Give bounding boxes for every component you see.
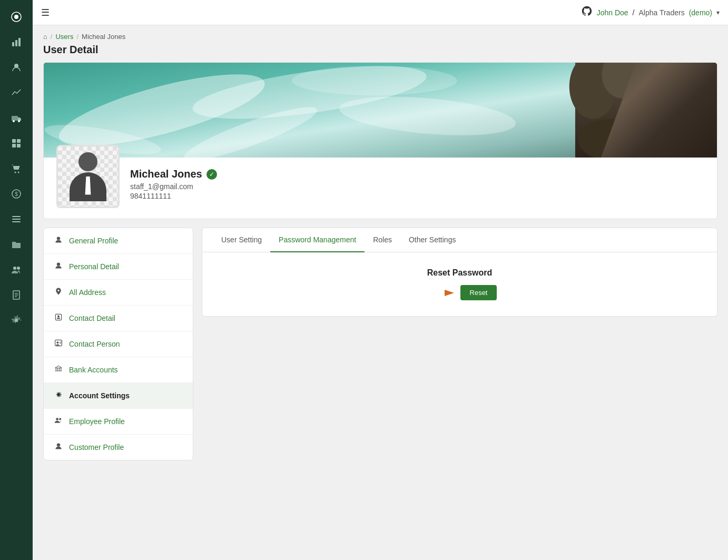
main-wrapper: ☰ John Doe / Alpha Traders (demo) ▾ ⌂ / …: [33, 0, 728, 560]
avatar: [56, 145, 120, 208]
sidebar-icon-list[interactable]: [5, 208, 28, 231]
sidebar-icon-users[interactable]: [5, 56, 28, 79]
sidebar-icon-reports[interactable]: [5, 283, 28, 307]
sidebar-icon-settings[interactable]: [5, 309, 28, 332]
svg-point-21: [17, 267, 20, 270]
tab-content: Reset Password: [202, 252, 717, 316]
svg-point-40: [57, 237, 60, 240]
personal-detail-icon: [54, 261, 63, 272]
topbar-username: John Doe: [597, 8, 628, 17]
menu-item-employee-profile[interactable]: Employee Profile: [44, 409, 193, 435]
user-details: Micheal Jones ✓ staff_1@gmail.com 984111…: [130, 166, 217, 200]
employee-profile-icon: [54, 416, 63, 427]
svg-rect-19: [12, 221, 21, 222]
tab-password-management[interactable]: Password Management: [270, 228, 365, 252]
svg-rect-18: [12, 219, 21, 220]
svg-point-49: [59, 418, 61, 420]
tabs: User Setting Password Management Roles O…: [202, 228, 717, 252]
sidebar-icon-delivery[interactable]: [5, 106, 28, 130]
topbar-left: ☰: [41, 7, 50, 18]
svg-rect-9: [12, 139, 16, 143]
svg-rect-4: [18, 38, 21, 46]
general-profile-icon: [54, 235, 63, 246]
svg-rect-10: [17, 139, 21, 143]
sidebar-icon-cart[interactable]: [5, 157, 28, 180]
hamburger-icon[interactable]: ☰: [41, 7, 50, 18]
menu-item-contact-detail[interactable]: Contact Detail: [44, 306, 193, 331]
tab-roles[interactable]: Roles: [365, 228, 400, 252]
svg-rect-17: [12, 216, 21, 217]
breadcrumb-current: Micheal Jones: [82, 33, 125, 41]
menu-item-customer-profile[interactable]: Customer Profile: [44, 435, 193, 460]
svg-point-8: [18, 120, 20, 122]
svg-point-1: [14, 15, 18, 19]
github-icon: [581, 5, 593, 20]
profile-info-row: Micheal Jones ✓ staff_1@gmail.com 984111…: [44, 158, 717, 219]
svg-rect-6: [12, 116, 18, 121]
sidebar-icon-dashboard[interactable]: [5, 5, 28, 28]
svg-point-36: [634, 63, 693, 134]
svg-point-13: [15, 172, 16, 173]
svg-point-20: [13, 267, 16, 270]
tab-user-setting[interactable]: User Setting: [213, 228, 270, 252]
svg-point-7: [13, 120, 15, 122]
person-body: [70, 172, 106, 201]
svg-point-43: [57, 315, 60, 317]
profile-card: Micheal Jones ✓ staff_1@gmail.com 984111…: [43, 62, 717, 219]
svg-rect-12: [17, 144, 21, 148]
person-suit: [83, 176, 93, 195]
profile-banner: [44, 63, 717, 158]
right-panel: User Setting Password Management Roles O…: [202, 228, 717, 317]
sidebar-icon-folder[interactable]: [5, 233, 28, 256]
svg-rect-11: [12, 144, 16, 148]
svg-rect-3: [15, 40, 17, 46]
person-head: [78, 152, 97, 171]
user-full-name: Micheal Jones: [130, 168, 202, 180]
reset-button[interactable]: Reset: [460, 285, 497, 300]
svg-rect-2: [12, 42, 14, 46]
verified-badge: ✓: [206, 169, 217, 180]
sidebar-icon-finance[interactable]: $: [5, 182, 28, 205]
topbar-chevron-icon[interactable]: ▾: [716, 9, 720, 16]
svg-point-37: [667, 69, 717, 152]
sidebar: $: [0, 0, 33, 560]
user-name-row: Micheal Jones ✓: [130, 168, 217, 180]
svg-point-50: [57, 443, 60, 446]
content: ⌂ / Users / Micheal Jones User Detail: [33, 25, 728, 560]
contact-person-icon: [54, 339, 63, 349]
tab-other-settings[interactable]: Other Settings: [400, 228, 465, 252]
topbar-demo: (demo): [689, 8, 712, 17]
svg-text:$: $: [15, 191, 18, 197]
reset-row: Reset: [422, 285, 497, 300]
menu-item-personal-detail[interactable]: Personal Detail: [44, 254, 193, 280]
svg-point-14: [18, 172, 19, 173]
svg-point-32: [292, 66, 457, 95]
menu-item-bank-accounts[interactable]: Bank Accounts: [44, 357, 193, 383]
topbar: ☰ John Doe / Alpha Traders (demo) ▾: [33, 0, 728, 25]
home-icon[interactable]: ⌂: [43, 33, 47, 41]
customer-profile-icon: [54, 442, 63, 453]
reset-password-title: Reset Password: [427, 268, 493, 278]
topbar-company: Alpha Traders: [638, 8, 684, 17]
menu-item-contact-person[interactable]: Contact Person: [44, 331, 193, 357]
sidebar-icon-grid[interactable]: [5, 132, 28, 155]
sidebar-icon-analytics[interactable]: [5, 81, 28, 104]
topbar-separator: /: [633, 8, 635, 17]
left-menu: General Profile Personal Detail All Addr…: [43, 228, 193, 460]
breadcrumb: ⌂ / Users / Micheal Jones: [43, 33, 717, 41]
reset-section: Reset Password: [422, 268, 497, 300]
breadcrumb-users[interactable]: Users: [55, 33, 73, 41]
user-email: staff_1@gmail.com: [130, 182, 217, 191]
sidebar-icon-stats[interactable]: [5, 31, 28, 54]
svg-point-48: [56, 418, 58, 420]
page-title: User Detail: [43, 44, 717, 56]
bank-accounts-icon: [54, 365, 63, 375]
menu-item-all-address[interactable]: All Address: [44, 280, 193, 306]
menu-item-general-profile[interactable]: General Profile: [44, 228, 193, 254]
topbar-right: John Doe / Alpha Traders (demo) ▾: [581, 5, 720, 20]
menu-item-account-settings[interactable]: Account Settings: [44, 383, 193, 409]
svg-marker-52: [445, 290, 454, 296]
all-address-icon: [54, 287, 63, 298]
arrow-icon: [422, 287, 454, 299]
sidebar-icon-team[interactable]: [5, 258, 28, 281]
